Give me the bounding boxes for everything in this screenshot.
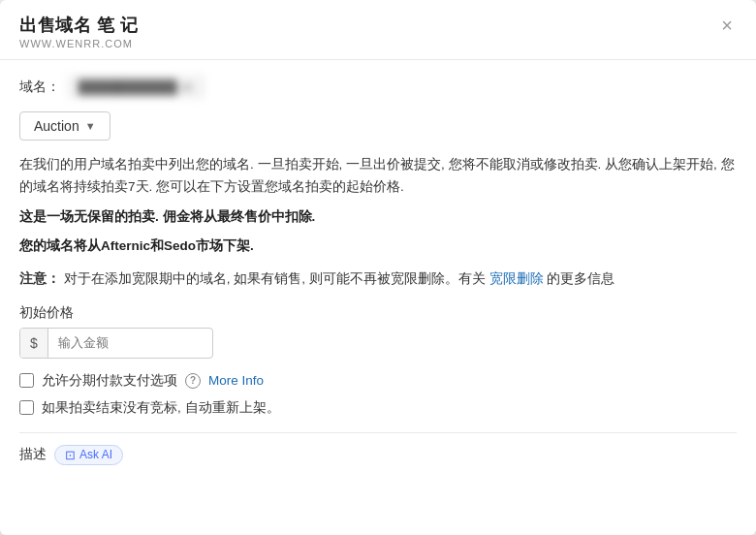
relist-checkbox[interactable] [19, 400, 34, 415]
auction-dropdown[interactable]: Auction ▼ [19, 111, 110, 141]
description-row: 描述 ⊡ Ask AI [19, 445, 737, 465]
modal-container: 出售域名 笔 记 WWW.WENRR.COM × 域名： ██████████.… [0, 0, 756, 535]
installment-label: 允许分期付款支付选项 [42, 372, 177, 390]
afternic-note: 您的域名将从Afternic和Sedo市场下架. [19, 237, 737, 255]
domain-label: 域名： [19, 79, 60, 96]
notice-body: 对于在添加宽限期中的域名, 如果有销售, 则可能不再被宽限删除。有关 [64, 271, 486, 286]
ask-ai-label: Ask AI [79, 448, 112, 461]
modal-title: 出售域名 笔 记 [19, 14, 138, 37]
ask-ai-icon: ⊡ [65, 448, 76, 462]
domain-row: 域名： ██████████.m [19, 76, 737, 98]
grace-delete-link[interactable]: 宽限删除 [489, 271, 544, 286]
more-info-link[interactable]: More Info [208, 373, 264, 388]
modal-subtitle: WWW.WENRR.COM [19, 38, 138, 49]
domain-value: ██████████.m [68, 76, 205, 98]
modal-header: 出售域名 笔 记 WWW.WENRR.COM × [0, 0, 756, 60]
divider [19, 432, 737, 433]
installment-info-icon[interactable]: ? [185, 373, 201, 389]
auction-dropdown-label: Auction [34, 118, 79, 134]
modal-title-block: 出售域名 笔 记 WWW.WENRR.COM [19, 14, 138, 49]
price-input-wrap: $ [19, 328, 213, 359]
relist-checkbox-row: 如果拍卖结束没有竞标, 自动重新上架。 [19, 399, 737, 417]
modal-body: 域名： ██████████.m Auction ▼ 在我们的用户域名拍卖中列出… [0, 60, 756, 485]
notice-suffix: 的更多信息 [547, 271, 614, 286]
info-bold-text: 这是一场无保留的拍卖. 佣金将从最终售价中扣除. [19, 208, 737, 226]
close-button[interactable]: × [717, 16, 737, 35]
notice-label: 注意： [19, 271, 60, 286]
price-section: 初始价格 $ [19, 304, 737, 359]
ask-ai-button[interactable]: ⊡ Ask AI [54, 445, 123, 465]
price-input[interactable] [48, 329, 184, 357]
installment-checkbox[interactable] [19, 373, 34, 388]
price-label: 初始价格 [19, 304, 737, 322]
chevron-down-icon: ▼ [85, 120, 96, 132]
installment-checkbox-row: 允许分期付款支付选项 ? More Info [19, 372, 737, 390]
notice-text: 注意： 对于在添加宽限期中的域名, 如果有销售, 则可能不再被宽限删除。有关 宽… [19, 268, 737, 291]
currency-symbol: $ [20, 329, 48, 358]
info-paragraph: 在我们的用户域名拍卖中列出您的域名. 一旦拍卖开始, 一旦出价被提交, 您将不能… [19, 154, 737, 199]
description-label: 描述 [19, 446, 47, 463]
relist-label: 如果拍卖结束没有竞标, 自动重新上架。 [42, 399, 280, 417]
